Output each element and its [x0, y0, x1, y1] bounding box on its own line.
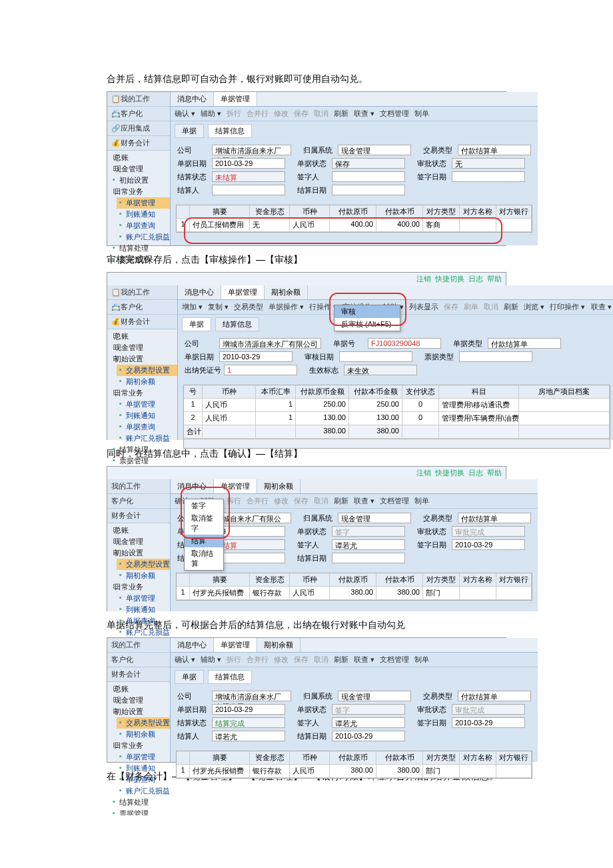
- tree-settle[interactable]: 结算处理: [110, 797, 170, 808]
- tree-cash[interactable]: 现金管理: [110, 342, 177, 353]
- tree-init[interactable]: 初始设置: [110, 353, 177, 365]
- col-rate[interactable]: 本币汇率: [256, 385, 296, 399]
- val[interactable]: 现金管理: [338, 691, 411, 701]
- tab-bill[interactable]: 单据管理: [214, 479, 257, 493]
- tree-openbal[interactable]: 期初余额: [117, 376, 177, 387]
- sidebar-band-customer[interactable]: 📇客户化: [107, 300, 177, 315]
- col[interactable]: 对方类型: [423, 573, 460, 587]
- tree-daily[interactable]: 日常业务: [110, 186, 170, 197]
- tb-refresh[interactable]: 刷新: [334, 109, 348, 119]
- col-obank[interactable]: 对方银行: [496, 205, 532, 219]
- val[interactable]: 2010-03-29: [332, 731, 405, 741]
- tree-billquery[interactable]: 单据查询: [117, 774, 170, 785]
- tt-switch[interactable]: 快捷切换: [435, 468, 464, 478]
- tb-add[interactable]: 增加 ▾: [182, 302, 203, 312]
- val-signdate[interactable]: 2010-03-29: [452, 539, 525, 550]
- col-re[interactable]: 房地产项目档案: [519, 385, 610, 399]
- col[interactable]: 对方类型: [423, 751, 460, 765]
- tree-arrival[interactable]: 到账通知: [117, 763, 170, 774]
- col[interactable]: 币种: [290, 573, 330, 587]
- tab-msg[interactable]: 消息中心: [171, 479, 214, 493]
- tb-txtype[interactable]: 交易类型: [234, 302, 263, 312]
- tb-browse[interactable]: 浏览 ▾: [524, 302, 544, 312]
- tree-billquery[interactable]: 单据查询: [117, 615, 170, 627]
- tree-gl[interactable]: 总账: [110, 152, 170, 163]
- tb-make[interactable]: 制单: [414, 496, 429, 506]
- tab-bill[interactable]: 单据管理: [221, 285, 265, 299]
- tb-link[interactable]: 联查 ▾: [354, 109, 374, 119]
- tree-voucher[interactable]: 票据管理: [110, 254, 170, 265]
- sidebar-band-integration[interactable]: 🔗应用集成: [107, 121, 170, 136]
- tt-help[interactable]: 帮助: [487, 274, 502, 284]
- col-lc[interactable]: 付款本币: [376, 205, 423, 219]
- sidebar-band-customer[interactable]: 📇客户化: [107, 107, 170, 121]
- tree-arrival[interactable]: 到账通知: [117, 604, 170, 615]
- tab-msg[interactable]: 消息中心: [171, 92, 214, 106]
- tb-confirm[interactable]: 确认 ▾: [175, 655, 195, 665]
- tb-refresh[interactable]: 刷新: [334, 655, 348, 665]
- sidebar-band-financial[interactable]: 💰财务会计: [107, 136, 170, 151]
- tree-cash[interactable]: 现金管理: [110, 536, 170, 547]
- tb-print[interactable]: 打印操作 ▾: [550, 302, 585, 312]
- val-billdate[interactable]: 2010-03-29: [212, 158, 285, 169]
- tb-refresh[interactable]: 刷新: [334, 496, 348, 506]
- col-oc[interactable]: 付款原币金额: [296, 385, 349, 399]
- val-signdate[interactable]: [452, 171, 525, 182]
- table-row[interactable]: 2 人民币 1 130.00 130.00 0 管理费用\车辆费用\油费: [184, 412, 610, 425]
- sidebar-band-mywork[interactable]: 📋我的工作: [107, 92, 170, 107]
- val[interactable]: 增城市清源自来水厂有限公司: [212, 691, 291, 701]
- val[interactable]: 2010-03-29: [212, 704, 285, 715]
- tree-gl[interactable]: 总账: [110, 683, 170, 695]
- subtab-bill[interactable]: 单据: [175, 670, 204, 684]
- tb-link2[interactable]: 联查 ▾: [591, 302, 612, 312]
- col-no[interactable]: 号: [184, 385, 203, 399]
- tree-tradetype[interactable]: 交易类型设置: [117, 365, 177, 376]
- tb-confirm[interactable]: 确认 ▾: [175, 109, 195, 119]
- val-setdate[interactable]: [332, 553, 405, 563]
- val[interactable]: 2010-03-29: [452, 717, 525, 728]
- tb-assist[interactable]: 辅助 ▾: [201, 109, 221, 119]
- val[interactable]: 付款结算单: [458, 691, 531, 701]
- tb-link[interactable]: 联查 ▾: [354, 655, 374, 665]
- scrollbar-h[interactable]: [184, 439, 610, 448]
- tree-cash[interactable]: 现金管理: [110, 163, 170, 175]
- val-ownsys[interactable]: 现金管理: [338, 145, 411, 155]
- tree-daily[interactable]: 日常业务: [110, 387, 177, 399]
- tree-voucher[interactable]: 票据管理: [110, 455, 177, 467]
- col-otype[interactable]: 对方类型: [423, 205, 460, 219]
- subtab-info[interactable]: 结算信息: [208, 670, 252, 684]
- val-company[interactable]: 增城市清源自来水厂有限公司: [219, 338, 321, 349]
- table-row[interactable]: 1 付罗光兵报销费 银行存款 人民币 380.00 380.00 部门: [177, 765, 532, 778]
- table-row[interactable]: 1 付员工报销费用 无 人民币 400.00 400.00 客商: [177, 219, 532, 232]
- tb-doc[interactable]: 文档管理: [380, 496, 409, 506]
- tb-refresh[interactable]: 刷新: [504, 302, 518, 312]
- tree-acctex[interactable]: 账户汇兑损益: [117, 627, 170, 638]
- col[interactable]: 付款原币: [330, 573, 376, 587]
- tree-billquery[interactable]: 单据查询: [117, 220, 170, 231]
- tree-billmgmt[interactable]: 单据管理: [117, 399, 177, 410]
- val-cashvou[interactable]: 1: [224, 365, 297, 375]
- tree-tradetype[interactable]: 交易类型设置: [117, 717, 170, 729]
- col-oc[interactable]: 付款原币: [330, 205, 376, 219]
- tree-tradetype[interactable]: 交易类型设置: [117, 559, 170, 570]
- col-cur[interactable]: 币种: [203, 385, 256, 399]
- tree-settle[interactable]: 结算处理: [110, 444, 177, 455]
- tree-billmgmt[interactable]: 单据管理: [117, 751, 170, 763]
- col[interactable]: 付款本币: [376, 573, 423, 587]
- tree-billquery[interactable]: 单据查询: [117, 421, 177, 433]
- col[interactable]: 对方银行: [496, 751, 532, 765]
- tb-rowop[interactable]: 行操作 ▾: [309, 302, 337, 312]
- tb-doc[interactable]: 文档管理: [380, 655, 409, 665]
- tb-make[interactable]: 制单: [414, 655, 429, 665]
- val[interactable]: 谭若尤: [332, 717, 405, 728]
- val-billdate[interactable]: 2010-03-29: [219, 351, 293, 362]
- tree-init[interactable]: 初始设置: [110, 706, 170, 717]
- val-auditdate[interactable]: [339, 351, 412, 362]
- tab-open[interactable]: 期初余额: [257, 479, 301, 493]
- menu-sign[interactable]: 签字: [185, 499, 223, 512]
- col-stat[interactable]: 支付状态: [402, 385, 439, 399]
- tree-init[interactable]: 初始设置: [110, 547, 170, 559]
- tt-help[interactable]: 帮助: [487, 468, 502, 478]
- col[interactable]: 摘要: [190, 751, 250, 765]
- tt-log[interactable]: 日志: [468, 468, 483, 478]
